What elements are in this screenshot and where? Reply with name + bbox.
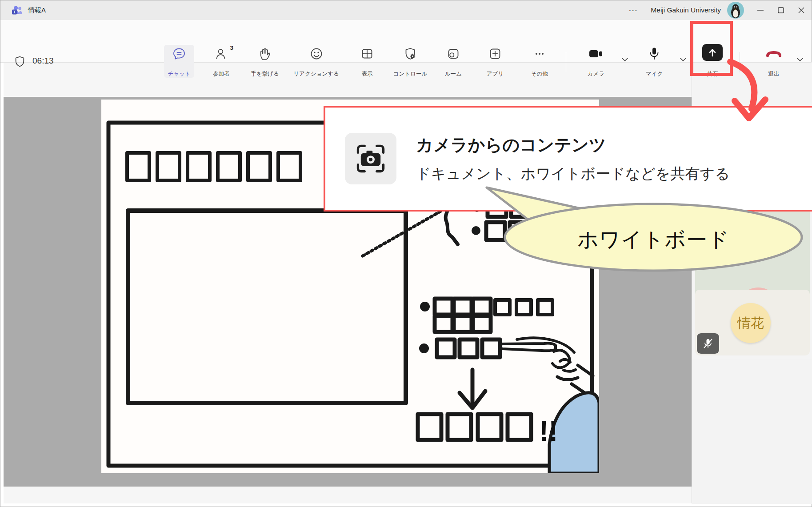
- meeting-timer: 06:13: [32, 56, 54, 66]
- toolbar-button-more[interactable]: その他: [525, 45, 554, 78]
- participant-initials: 情花: [737, 314, 764, 332]
- leave-phone-icon: [765, 45, 782, 61]
- content-camera-icon: [345, 133, 396, 184]
- raise-hand-icon: [258, 45, 272, 61]
- share-button-highlight-box: [690, 21, 733, 76]
- whiteboard-callout-bubble: ホワイトボード: [467, 178, 812, 282]
- meeting-title: 情報A: [28, 6, 46, 15]
- mic-chevron-icon[interactable]: [679, 56, 687, 64]
- participant-tile[interactable]: 情花: [695, 290, 810, 355]
- toolbar-button-label: マイク: [646, 70, 663, 78]
- sketch-exclamation: !!: [539, 415, 558, 447]
- toolbar-button-leave[interactable]: 退出: [758, 45, 789, 78]
- participant-muted-badge: [697, 333, 719, 354]
- toolbar-button-label: カメラ: [588, 70, 604, 78]
- minimize-button[interactable]: [750, 0, 771, 20]
- mic-icon: [647, 45, 661, 61]
- svg-text:T: T: [13, 10, 16, 14]
- toolbar-button-mic[interactable]: マイク: [639, 45, 669, 78]
- callout-label: ホワイトボード: [533, 226, 773, 254]
- titlebar-more-icon[interactable]: ⋯: [628, 5, 638, 16]
- toolbar-button-label: 参加者: [213, 70, 230, 78]
- close-button[interactable]: [791, 0, 812, 20]
- participants-icon: 3: [214, 45, 228, 61]
- popup-title: カメラからのコンテンツ: [416, 134, 730, 156]
- teams-logo-icon: T: [11, 4, 23, 16]
- toolbar-button-react[interactable]: リアクションする: [288, 45, 344, 78]
- toolbar-button-participants[interactable]: 3 参加者: [206, 45, 237, 78]
- view-grid-icon: [360, 45, 374, 61]
- toolbar-button-control[interactable]: コントロール: [388, 45, 432, 78]
- leave-chevron-icon[interactable]: [796, 56, 804, 64]
- titlebar: T 情報A ⋯ Meiji Gakuin University: [0, 0, 812, 20]
- reaction-smiley-icon: [309, 45, 324, 61]
- toolbar-button-rooms[interactable]: ルーム: [440, 45, 467, 78]
- toolbar-button-camera[interactable]: カメラ: [580, 45, 612, 78]
- toolbar-button-raise-hand[interactable]: 手を挙げる: [245, 45, 285, 78]
- toolbar-divider: [566, 52, 566, 72]
- toolbar-button-label: その他: [531, 70, 548, 78]
- participant-avatar: 情花: [731, 303, 771, 343]
- more-dots-icon: [532, 45, 547, 61]
- toolbar-button-label: アプリ: [487, 70, 504, 78]
- toolbar-button-label: リアクションする: [293, 70, 339, 78]
- toolbar-button-label: 退出: [768, 70, 780, 78]
- apps-plus-icon: [488, 45, 502, 61]
- maximize-button[interactable]: [771, 0, 791, 20]
- toolbar-button-label: コントロール: [393, 70, 427, 78]
- rooms-icon: [446, 45, 460, 61]
- control-shield-gear-icon: [403, 45, 417, 61]
- avatar[interactable]: [727, 2, 744, 19]
- toolbar-button-chat[interactable]: チャット: [164, 45, 194, 78]
- chat-icon: [172, 45, 186, 61]
- mic-off-icon: [702, 338, 714, 349]
- toolbar-button-label: チャット: [168, 70, 190, 78]
- camera-chevron-icon[interactable]: [621, 56, 629, 64]
- sidebar-empty-area: [692, 358, 812, 504]
- security-shield-icon[interactable]: [14, 56, 26, 69]
- toolbar-button-view[interactable]: 表示: [354, 45, 380, 78]
- participants-count: 3: [230, 44, 233, 51]
- toolbar-button-label: ルーム: [445, 70, 462, 78]
- toolbar-button-label: 手を挙げる: [251, 70, 279, 78]
- toolbar-divider: [740, 52, 740, 72]
- toolbar-button-apps[interactable]: アプリ: [481, 45, 509, 78]
- account-name: Meiji Gakuin University: [651, 6, 721, 14]
- camera-icon: [588, 45, 604, 61]
- toolbar-button-label: 表示: [362, 70, 373, 78]
